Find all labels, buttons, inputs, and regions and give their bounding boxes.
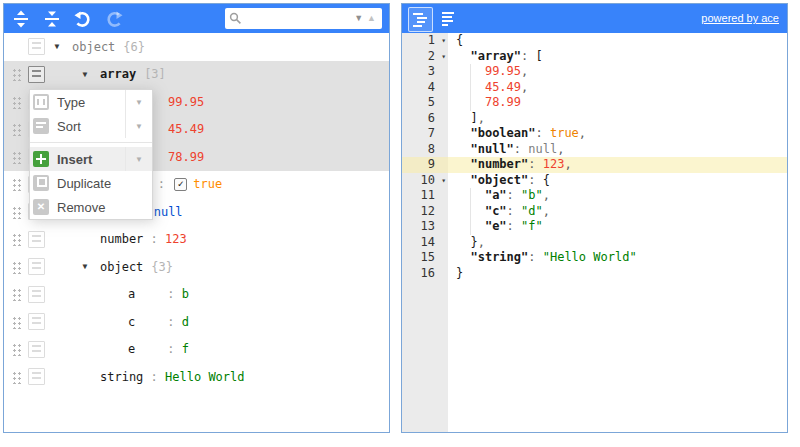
submenu-arrow-icon[interactable]: ▼ — [125, 90, 152, 114]
code-line[interactable]: 7 "boolean": true, — [402, 126, 787, 142]
drag-handle-icon[interactable] — [11, 342, 22, 356]
submenu-arrow-icon[interactable]: ▼ — [125, 114, 152, 138]
drag-handle-icon[interactable] — [11, 205, 22, 219]
key-value-separator: : — [160, 342, 182, 356]
code-line[interactable]: 16} — [402, 266, 787, 282]
code-line[interactable]: 5 78.99 — [402, 95, 787, 111]
node-key[interactable]: number — [100, 232, 143, 246]
code-area[interactable]: 1▾{2▾ "array": [3 99.95,4 45.49,5 78.996… — [402, 33, 787, 432]
menu-item-duplicate[interactable]: Duplicate — [30, 171, 152, 195]
code-text: 99.95, — [448, 64, 528, 80]
submenu-arrow-icon[interactable]: ▼ — [125, 147, 152, 171]
menu-item-sort[interactable]: Sort▼ — [30, 114, 152, 138]
line-number: 12 — [402, 204, 448, 220]
node-key[interactable]: string — [100, 370, 143, 384]
code-line[interactable]: 13 "e": "f" — [402, 219, 787, 235]
node-value[interactable]: Hello World — [165, 370, 244, 384]
node-value[interactable]: b — [182, 287, 189, 301]
code-line-active[interactable]: 9 "number": 123, — [402, 157, 787, 173]
node-value[interactable]: 78.99 — [168, 150, 204, 164]
key-value-separator: : — [160, 287, 182, 301]
expand-all-button[interactable] — [10, 8, 32, 30]
indent-guide — [470, 219, 471, 235]
line-number: 1▾ — [402, 33, 448, 49]
drag-handle-icon[interactable] — [11, 67, 22, 81]
node-key[interactable]: a — [128, 287, 160, 301]
code-line[interactable]: 8 "null": null, — [402, 142, 787, 158]
expand-toggle-icon[interactable]: ▼ — [73, 262, 97, 271]
code-line[interactable]: 14 }, — [402, 235, 787, 251]
code-line[interactable]: 10▾ "object": { — [402, 173, 787, 189]
tree-row: ▼array[3] — [4, 61, 389, 89]
context-menu-button[interactable] — [28, 231, 45, 248]
context-menu-button[interactable] — [28, 258, 45, 275]
line-number: 14 — [402, 235, 448, 251]
menu-item-remove[interactable]: Remove — [30, 195, 152, 219]
drag-handle-icon[interactable] — [11, 95, 22, 109]
context-menu-button[interactable] — [28, 368, 45, 385]
drag-handle-icon[interactable] — [11, 315, 22, 329]
drag-handle-icon[interactable] — [11, 260, 22, 274]
redo-button[interactable] — [103, 8, 125, 30]
context-menu-button[interactable] — [28, 313, 45, 330]
code-line[interactable]: 11 "a": "b", — [402, 188, 787, 204]
context-menu-button[interactable] — [28, 286, 45, 303]
fold-toggle-icon[interactable]: ▾ — [441, 33, 446, 49]
context-menu-button[interactable] — [28, 38, 45, 55]
node-key[interactable]: object — [100, 260, 143, 274]
drag-handle-icon[interactable] — [11, 232, 22, 246]
code-editor-panel: powered by ace 1▾{2▾ "array": [3 99.95,4… — [401, 3, 788, 433]
expand-toggle-icon[interactable]: ▼ — [73, 70, 97, 79]
compact-code-button[interactable] — [438, 7, 461, 30]
code-text: "number": 123, — [448, 157, 572, 173]
node-value[interactable]: null — [154, 205, 183, 219]
node-key[interactable]: e — [128, 342, 160, 356]
code-line[interactable]: 1▾{ — [402, 33, 787, 49]
fold-toggle-icon[interactable]: ▾ — [441, 49, 446, 65]
format-code-icon — [413, 12, 428, 27]
drag-handle-icon[interactable] — [11, 122, 22, 136]
node-value[interactable]: 123 — [165, 232, 187, 246]
context-menu-button[interactable] — [28, 66, 45, 83]
node-value[interactable]: f — [182, 342, 189, 356]
format-code-button[interactable] — [408, 7, 433, 32]
menu-item-insert[interactable]: Insert▼ — [30, 147, 152, 171]
node-value[interactable]: d — [182, 315, 189, 329]
code-line[interactable]: 15 "string": "Hello World" — [402, 250, 787, 266]
boolean-checkbox[interactable]: ✓ — [174, 178, 187, 191]
line-number: 11 — [402, 188, 448, 204]
tree-row: ▼object{3} — [4, 253, 389, 281]
page: ▼ ▲ ▼object{6}▼array[3]99.9545.4978.99bo… — [0, 0, 800, 447]
menu-item-type[interactable]: Type▼ — [30, 90, 152, 114]
code-text: "string": "Hello World" — [448, 250, 637, 266]
line-number: 4 — [402, 80, 448, 96]
indent-guide — [470, 95, 471, 111]
code-text: } — [448, 266, 463, 282]
code-line[interactable]: 2▾ "array": [ — [402, 49, 787, 65]
collapse-all-button[interactable] — [41, 8, 63, 30]
code-line[interactable]: 4 45.49, — [402, 80, 787, 96]
line-number: 9 — [402, 157, 448, 173]
node-value[interactable]: 99.95 — [168, 95, 204, 109]
drag-handle-icon[interactable] — [11, 150, 22, 164]
code-line[interactable]: 12 "c": "d", — [402, 204, 787, 220]
context-menu-button[interactable] — [28, 341, 45, 358]
drag-handle-icon[interactable] — [11, 177, 22, 191]
drag-handle-icon[interactable] — [11, 370, 22, 384]
node-value[interactable]: 45.49 — [168, 122, 204, 136]
fold-toggle-icon[interactable]: ▾ — [441, 173, 446, 189]
powered-by-ace-link[interactable]: powered by ace — [701, 12, 779, 24]
expand-toggle-icon[interactable]: ▼ — [45, 42, 69, 51]
code-line[interactable]: 6 ], — [402, 111, 787, 127]
drag-handle-icon[interactable] — [11, 287, 22, 301]
node-key[interactable]: c — [128, 315, 160, 329]
key-value-separator: : — [143, 232, 165, 246]
search-next-icon[interactable]: ▼ — [352, 14, 365, 23]
node-key[interactable]: array — [100, 67, 136, 81]
code-line[interactable]: 3 99.95, — [402, 64, 787, 80]
search-input[interactable] — [242, 11, 352, 27]
node-key: object — [72, 40, 115, 54]
undo-button[interactable] — [72, 8, 94, 30]
search-previous-icon[interactable]: ▲ — [365, 14, 378, 23]
node-value[interactable]: true — [193, 177, 222, 191]
